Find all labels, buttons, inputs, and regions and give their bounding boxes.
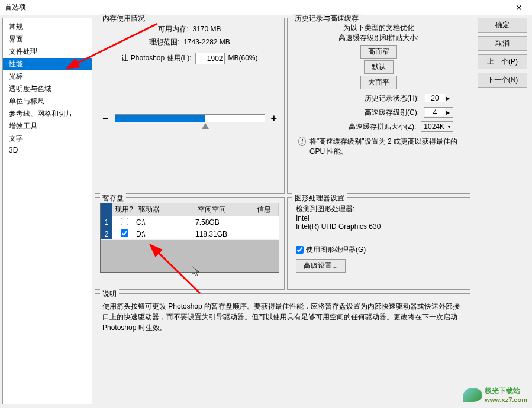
col-drive: 驱动器 <box>136 203 195 216</box>
ideal-range-label: 理想范围: <box>149 38 179 46</box>
chevron-right-icon[interactable]: ▶ <box>445 96 451 101</box>
scratch-disks-panel: 暂存盘 现用? 驱动器 空闲空间 信息 1C:\7.58GB2D:\118.31… <box>95 197 285 290</box>
sidebar-item-8[interactable]: 增效工具 <box>3 120 92 132</box>
chevron-down-icon: ▾ <box>448 124 450 129</box>
cache-tile-size-select[interactable]: 1024K▾ <box>421 121 453 132</box>
scratch-active-checkbox[interactable] <box>121 229 128 237</box>
sidebar-item-10[interactable]: 3D <box>3 145 92 156</box>
use-gpu-checkbox[interactable]: 使用图形处理器(G) <box>296 245 366 255</box>
col-info: 信息 <box>254 203 279 216</box>
cache-hint-text: 将"高速缓存级别"设置为 2 或更高以获得最佳的 GPU 性能。 <box>309 137 459 157</box>
history-states-input[interactable]: ▶ <box>424 93 453 103</box>
slider-minus-button[interactable]: − <box>102 112 109 125</box>
slider-plus-button[interactable]: + <box>271 112 278 125</box>
ok-button[interactable]: 确定 <box>478 18 527 33</box>
sidebar-item-1[interactable]: 界面 <box>3 33 92 46</box>
default-button[interactable]: 默认 <box>364 60 394 74</box>
description-panel: 说明 使用箭头按钮可更改 Photoshop 的暂存盘顺序。要获得最佳性能，应将… <box>95 293 470 358</box>
col-free: 空闲空间 <box>195 203 254 216</box>
cursor-icon <box>192 266 201 278</box>
available-mem-label: 可用内存: <box>158 25 188 33</box>
memory-slider[interactable] <box>115 114 265 122</box>
description-text: 使用箭头按钮可更改 Photoshop 的暂存盘顺序。要获得最佳性能，应将暂存盘… <box>100 299 465 335</box>
sidebar-item-2[interactable]: 文件处理 <box>3 46 92 58</box>
sidebar-item-5[interactable]: 透明度与色域 <box>3 83 92 95</box>
big-flat-button[interactable]: 大而平 <box>360 76 397 89</box>
history-states-label: 历史记录状态(H): <box>365 93 419 103</box>
scratch-legend: 暂存盘 <box>100 193 126 203</box>
available-mem-value: 3170 MB <box>192 25 221 33</box>
cancel-button[interactable]: 取消 <box>478 36 527 51</box>
optimize-for-label: 为以下类型的文档优化 <box>292 23 465 33</box>
cache-levels-label: 高速缓存级别(C): <box>365 108 419 118</box>
scratch-active-checkbox[interactable] <box>121 218 128 225</box>
table-row[interactable]: 2D:\118.31GB <box>101 228 279 240</box>
description-legend: 说明 <box>100 289 119 299</box>
scratch-free: 7.58GB <box>195 218 254 226</box>
col-active: 现用? <box>112 203 136 216</box>
tall-thin-button[interactable]: 高而窄 <box>360 45 397 59</box>
detected-gpu-label: 检测到图形处理器: <box>296 204 462 214</box>
category-sidebar: 常规界面文件处理性能光标透明度与色域单位与标尺参考线、网格和切片增效工具文字3D <box>2 18 92 404</box>
scratch-drive: C:\ <box>136 218 195 226</box>
close-icon[interactable]: ✕ <box>511 3 527 12</box>
history-legend: 历史记录与高速缓存 <box>292 14 361 24</box>
sidebar-item-6[interactable]: 单位与标尺 <box>3 95 92 108</box>
scratch-table: 现用? 驱动器 空闲空间 信息 1C:\7.58GB2D:\118.31GB <box>100 203 279 273</box>
info-icon: i <box>298 137 306 146</box>
sidebar-item-0[interactable]: 常规 <box>3 21 92 33</box>
cache-levels-input[interactable]: ▶ <box>424 107 453 118</box>
let-ps-use-label: 让 Photoshop 使用(L): <box>121 52 191 65</box>
prev-button[interactable]: 上一个(P) <box>478 54 527 69</box>
advanced-settings-button[interactable]: 高级设置... <box>296 259 346 273</box>
watermark: 极光下载站 www.xz7.com <box>463 386 527 403</box>
watermark-icon <box>463 388 482 402</box>
cache-tile-label: 高速缓存级别和拼贴大小: <box>292 33 465 43</box>
scratch-drive: D:\ <box>136 230 195 238</box>
gpu-legend: 图形处理器设置 <box>292 193 347 203</box>
sidebar-item-7[interactable]: 参考线、网格和切片 <box>3 108 92 120</box>
memory-input[interactable] <box>195 53 225 64</box>
sidebar-item-3[interactable]: 性能 <box>3 58 92 70</box>
scratch-free: 118.31GB <box>195 230 254 238</box>
ideal-range-value: 1743-2282 MB <box>183 38 230 46</box>
memory-suffix: MB(60%) <box>228 52 258 65</box>
svg-marker-0 <box>202 123 209 129</box>
gpu-model: Intel(R) UHD Graphics 630 <box>296 222 462 231</box>
window-title: 首选项 <box>5 2 26 12</box>
sidebar-item-9[interactable]: 文字 <box>3 132 92 145</box>
table-row[interactable]: 1C:\7.58GB <box>101 216 279 228</box>
next-button[interactable]: 下一个(N) <box>478 73 527 88</box>
sidebar-item-4[interactable]: 光标 <box>3 70 92 83</box>
memory-legend: 内存使用情况 <box>100 14 147 24</box>
chevron-right-icon[interactable]: ▶ <box>445 110 451 115</box>
memory-usage-panel: 内存使用情况 可用内存: 3170 MB 理想范围: 1743-2282 MB … <box>95 18 285 194</box>
history-cache-panel: 历史记录与高速缓存 为以下类型的文档优化 高速缓存级别和拼贴大小: 高而窄 默认… <box>287 18 470 194</box>
svg-marker-5 <box>192 266 199 276</box>
gpu-settings-panel: 图形处理器设置 检测到图形处理器: Intel Intel(R) UHD Gra… <box>287 197 470 290</box>
cache-tile-size-label: 高速缓存拼贴大小(Z): <box>349 122 417 132</box>
gpu-vendor: Intel <box>296 214 462 222</box>
